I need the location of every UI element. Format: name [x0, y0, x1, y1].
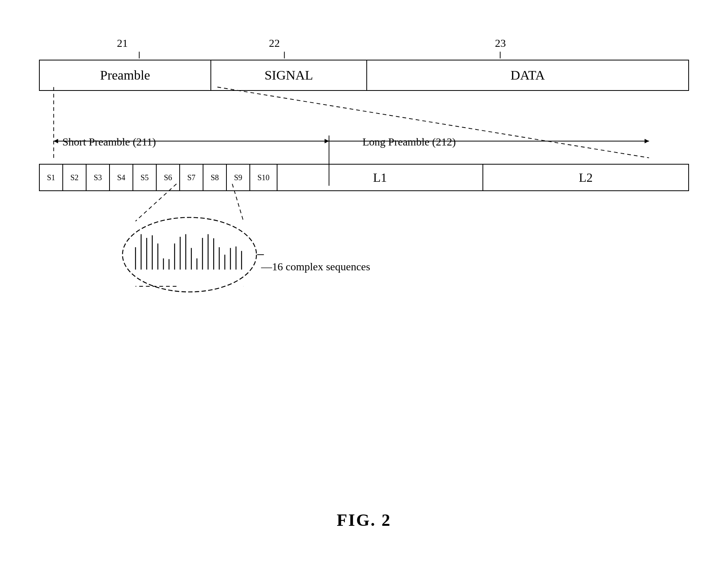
ref-num-22: 22	[269, 37, 280, 50]
data-cell: DATA	[367, 60, 688, 90]
svg-point-15	[122, 217, 256, 292]
s3-cell: S3	[87, 165, 110, 190]
s1-cell: S1	[40, 165, 63, 190]
s10-cell: S10	[250, 165, 277, 190]
preamble-bar: S1 S2 S3 S4 S5 S6 S7 S8 S9 S10 L1 L2	[39, 164, 689, 191]
top-frame: Preamble SIGNAL DATA	[39, 60, 689, 91]
ref-num-23: 23	[495, 37, 506, 50]
l2-cell: L2	[483, 165, 688, 190]
l1-cell: L1	[277, 165, 483, 190]
preamble-cell: Preamble	[40, 60, 211, 90]
figure-label: FIG. 2	[337, 510, 391, 530]
s4-cell: S4	[110, 165, 133, 190]
signal-cell: SIGNAL	[211, 60, 367, 90]
ref-num-21: 21	[117, 37, 128, 50]
svg-marker-6	[54, 139, 58, 143]
s9-cell: S9	[227, 165, 250, 190]
svg-marker-7	[325, 139, 329, 143]
complex-seq-label: —16 complex sequences	[261, 261, 370, 273]
s6-cell: S6	[157, 165, 180, 190]
s2-cell: S2	[63, 165, 87, 190]
long-preamble-label: Long Preamble (212)	[362, 136, 456, 148]
s5-cell: S5	[133, 165, 157, 190]
s7-cell: S7	[180, 165, 203, 190]
short-preamble-label: Short Preamble (211)	[62, 136, 156, 148]
svg-marker-9	[645, 139, 649, 143]
s8-cell: S8	[203, 165, 227, 190]
